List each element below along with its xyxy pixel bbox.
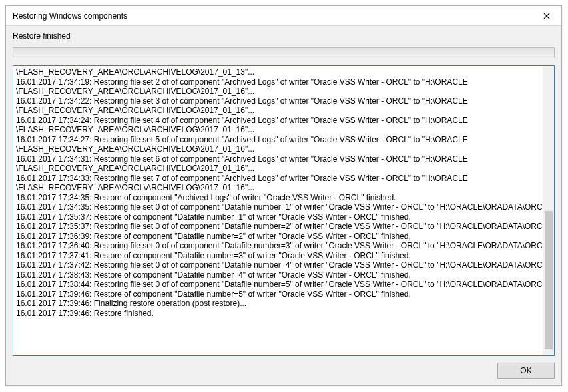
log-line: 16.01.2017 17:36:40: Restoring file set … [16, 241, 551, 251]
close-button[interactable] [532, 6, 561, 26]
vertical-scrollbar[interactable] [543, 66, 554, 355]
log-line: 16.01.2017 17:39:46: Restore of componen… [16, 290, 551, 299]
status-text: Restore finished [6, 26, 561, 47]
log-content: \FLASH_RECOVERY_AREA\ORCL\ARCHIVELOG\201… [13, 66, 554, 319]
log-line: \FLASH_RECOVERY_AREA\ORCL\ARCHIVELOG\201… [16, 183, 551, 193]
titlebar: Restoring Windows components [6, 6, 561, 26]
ok-button[interactable]: OK [497, 363, 555, 379]
log-line: 16.01.2017 17:38:44: Restoring file set … [16, 280, 551, 290]
log-line: \FLASH_RECOVERY_AREA\ORCL\ARCHIVELOG\201… [16, 144, 551, 154]
log-line: \FLASH_RECOVERY_AREA\ORCL\ARCHIVELOG\201… [16, 67, 551, 77]
log-line: 16.01.2017 17:34:35: Restoring file set … [16, 202, 551, 212]
log-line: 16.01.2017 17:36:39: Restore of componen… [16, 232, 551, 242]
log-line: 16.01.2017 17:34:19: Restoring file set … [16, 77, 551, 87]
log-line: 16.01.2017 17:34:31: Restoring file set … [16, 154, 551, 164]
log-line: 16.01.2017 17:35:37: Restoring file set … [16, 222, 551, 232]
log-line: 16.01.2017 17:34:24: Restoring file set … [16, 116, 551, 126]
log-line: 16.01.2017 17:34:27: Restoring file set … [16, 135, 551, 145]
log-line: 16.01.2017 17:35:37: Restore of componen… [16, 212, 551, 222]
log-line: \FLASH_RECOVERY_AREA\ORCL\ARCHIVELOG\201… [16, 87, 551, 97]
log-line: 16.01.2017 17:37:42: Restoring file set … [16, 260, 551, 270]
log-line: 16.01.2017 17:34:35: Restore of componen… [16, 193, 551, 203]
window-title: Restoring Windows components [13, 11, 532, 21]
button-row: OK [6, 356, 561, 385]
log-line: 16.01.2017 17:38:43: Restore of componen… [16, 270, 551, 280]
progress-bar [13, 47, 555, 57]
log-line: 16.01.2017 17:37:41: Restore of componen… [16, 251, 551, 261]
log-line: 16.01.2017 17:39:46: Restore finished. [16, 309, 551, 319]
log-line: \FLASH_RECOVERY_AREA\ORCL\ARCHIVELOG\201… [16, 164, 551, 174]
log-line: 16.01.2017 17:34:33: Restoring file set … [16, 174, 551, 184]
close-icon [543, 10, 550, 22]
scrollbar-thumb[interactable] [545, 211, 553, 350]
log-line: \FLASH_RECOVERY_AREA\ORCL\ARCHIVELOG\201… [16, 125, 551, 135]
log-line: \FLASH_RECOVERY_AREA\ORCL\ARCHIVELOG\201… [16, 106, 551, 116]
log-area[interactable]: \FLASH_RECOVERY_AREA\ORCL\ARCHIVELOG\201… [13, 65, 555, 356]
restore-window: Restoring Windows components Restore fin… [5, 5, 562, 386]
log-line: 16.01.2017 17:39:46: Finalizing restore … [16, 299, 551, 309]
log-line: 16.01.2017 17:34:22: Restoring file set … [16, 97, 551, 106]
progress-row [6, 47, 561, 65]
